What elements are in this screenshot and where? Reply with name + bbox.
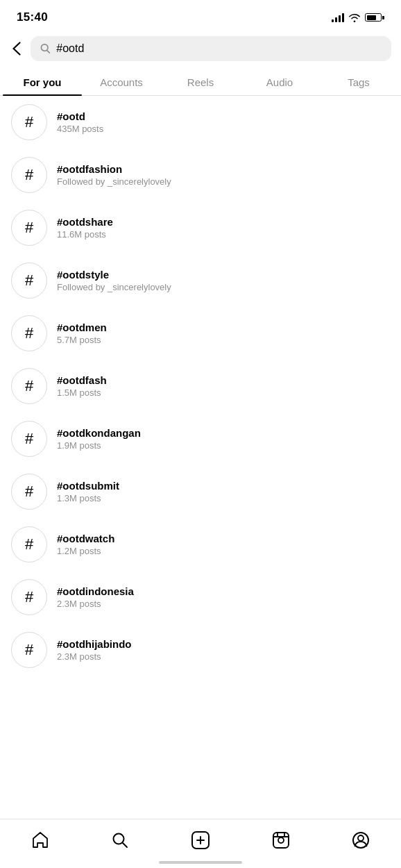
svg-point-6 [358,835,364,841]
battery-icon [365,13,384,22]
tab-tags[interactable]: Tags [319,68,398,95]
list-item[interactable]: # #ootdfashion Followed by _sincerelylov… [0,149,401,201]
nav-reels[interactable] [263,826,299,854]
nav-home[interactable] [22,826,58,854]
hashtag-icon: # [11,210,47,246]
hashtag-icon: # [11,368,47,404]
result-name: #ootdstyle [57,269,171,281]
reels-icon [272,831,290,849]
search-bar-row [0,31,401,68]
search-icon [40,43,51,54]
svg-rect-3 [273,833,289,848]
status-icons [332,12,384,22]
result-sub: 2.3M posts [57,651,131,662]
result-name: #ootd [57,110,103,122]
hashtag-icon: # [11,157,47,193]
status-time: 15:40 [17,10,48,24]
nav-search[interactable] [102,826,138,854]
hashtag-icon: # [11,526,47,562]
result-name: #ootdindonesia [57,585,134,597]
list-item[interactable]: # #ootd 435M posts [0,96,401,149]
hashtag-icon: # [11,474,47,510]
search-nav-icon [111,831,129,849]
results-list: # #ootd 435M posts # #ootdfashion Follow… [0,96,401,676]
list-item[interactable]: # #ootdmen 5.7M posts [0,307,401,360]
list-item[interactable]: # #ootdsubmit 1.3M posts [0,465,401,518]
hashtag-icon: # [11,315,47,351]
create-icon [191,831,210,850]
result-sub: 11.6M posts [57,229,113,240]
result-name: #ootdfash [57,374,107,386]
home-icon [31,831,49,849]
hashtag-icon: # [11,104,47,140]
result-sub: Followed by _sincerelylovely [57,176,171,187]
result-sub: 1.5M posts [57,387,107,398]
result-name: #ootdkondangan [57,427,141,439]
tab-accounts[interactable]: Accounts [82,68,161,95]
svg-point-4 [278,837,284,843]
tab-for-you[interactable]: For you [3,68,82,95]
result-sub: 1.9M posts [57,440,141,451]
back-icon [12,42,21,56]
result-sub: 5.7M posts [57,335,107,345]
list-item[interactable]: # #ootdfash 1.5M posts [0,360,401,412]
list-item[interactable]: # #ootdhijabindo 2.3M posts [0,624,401,676]
svg-point-1 [114,834,124,844]
home-indicator [159,861,242,864]
status-bar: 15:40 [0,0,401,31]
list-item[interactable]: # #ootdwatch 1.2M posts [0,518,401,571]
result-sub: Followed by _sincerelylovely [57,282,171,292]
result-sub: 2.3M posts [57,599,134,609]
result-sub: 1.2M posts [57,546,114,556]
hashtag-icon: # [11,262,47,299]
result-name: #ootdsubmit [57,480,119,492]
list-item[interactable]: # #ootdindonesia 2.3M posts [0,571,401,624]
back-button[interactable] [10,39,24,58]
result-name: #ootdfashion [57,163,171,175]
nav-profile[interactable] [343,826,379,854]
hashtag-icon: # [11,632,47,668]
search-input[interactable] [56,42,382,55]
result-name: #ootdmen [57,322,107,333]
hashtag-icon: # [11,579,47,615]
tab-reels[interactable]: Reels [161,68,240,95]
nav-create[interactable] [182,826,219,854]
result-name: #ootdhijabindo [57,638,131,650]
search-input-wrap[interactable] [31,36,391,61]
result-sub: 435M posts [57,124,103,134]
result-sub: 1.3M posts [57,493,119,503]
list-item[interactable]: # #ootdkondangan 1.9M posts [0,412,401,465]
profile-icon [352,831,370,849]
tab-audio[interactable]: Audio [240,68,319,95]
signal-icon [332,12,344,22]
result-name: #ootdwatch [57,533,114,544]
list-item[interactable]: # #ootdstyle Followed by _sincerelylovel… [0,254,401,307]
hashtag-icon: # [11,421,47,457]
tabs-row: For you Accounts Reels Audio Tags [0,68,401,96]
list-item[interactable]: # #ootdshare 11.6M posts [0,201,401,254]
result-name: #ootdshare [57,216,113,228]
wifi-icon [348,12,361,22]
